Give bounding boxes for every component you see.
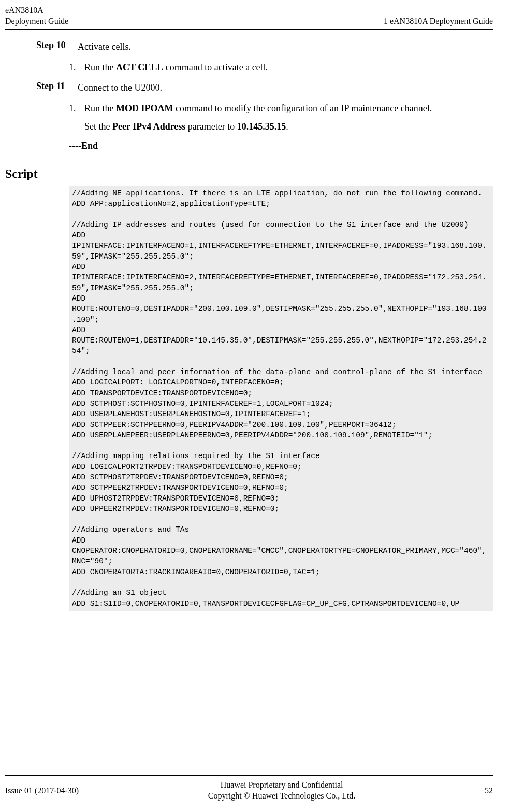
header-left: eAN3810A Deployment Guide bbox=[5, 5, 68, 27]
page-header: eAN3810A Deployment Guide 1 eAN3810A Dep… bbox=[5, 5, 493, 30]
step-11-line-2: Set the Peer IPv4 Address parameter to 1… bbox=[84, 119, 493, 134]
page-content: Step 10 Activate cells. 1.Run the ACT CE… bbox=[5, 40, 493, 765]
step-10-text: Activate cells. bbox=[78, 40, 493, 54]
step-11-item-1: 1.Run the MOD IPOAM command to modify th… bbox=[69, 101, 493, 116]
page-footer: Issue 01 (2017-04-30) Huawei Proprietary… bbox=[5, 775, 493, 802]
command-name: ACT CELL bbox=[116, 62, 163, 73]
footer-page-number: 52 bbox=[485, 786, 493, 795]
param-name: Peer IPv4 Address bbox=[112, 121, 185, 132]
header-right: 1 eAN3810A Deployment Guide bbox=[384, 16, 493, 27]
step-10-item-1: 1.Run the ACT CELL command to activate a… bbox=[69, 60, 493, 75]
list-number: 1. bbox=[69, 101, 84, 116]
script-code-block: //Adding NE applications. If there is an… bbox=[69, 186, 493, 611]
footer-issue: Issue 01 (2017-04-30) bbox=[5, 786, 79, 795]
end-marker: ----End bbox=[69, 140, 493, 151]
param-value: 10.145.35.15 bbox=[237, 121, 286, 132]
script-heading: Script bbox=[5, 167, 493, 181]
footer-copyright: Copyright © Huawei Technologies Co., Ltd… bbox=[208, 791, 355, 802]
step-11-text: Connect to the U2000. bbox=[78, 81, 493, 95]
list-text: Run the ACT CELL command to activate a c… bbox=[84, 62, 268, 73]
step-11-label: Step 11 bbox=[36, 81, 78, 92]
header-product: eAN3810A bbox=[5, 5, 68, 16]
step-10: Step 10 Activate cells. bbox=[36, 40, 493, 54]
list-text: Run the MOD IPOAM command to modify the … bbox=[84, 103, 432, 113]
command-name: MOD IPOAM bbox=[116, 103, 173, 113]
header-doc-title: Deployment Guide bbox=[5, 16, 68, 27]
step-11: Step 11 Connect to the U2000. bbox=[36, 81, 493, 95]
footer-center: Huawei Proprietary and Confidential Copy… bbox=[208, 780, 355, 802]
footer-confidential: Huawei Proprietary and Confidential bbox=[208, 780, 355, 791]
step-10-label: Step 10 bbox=[36, 40, 78, 51]
list-number: 1. bbox=[69, 60, 84, 75]
